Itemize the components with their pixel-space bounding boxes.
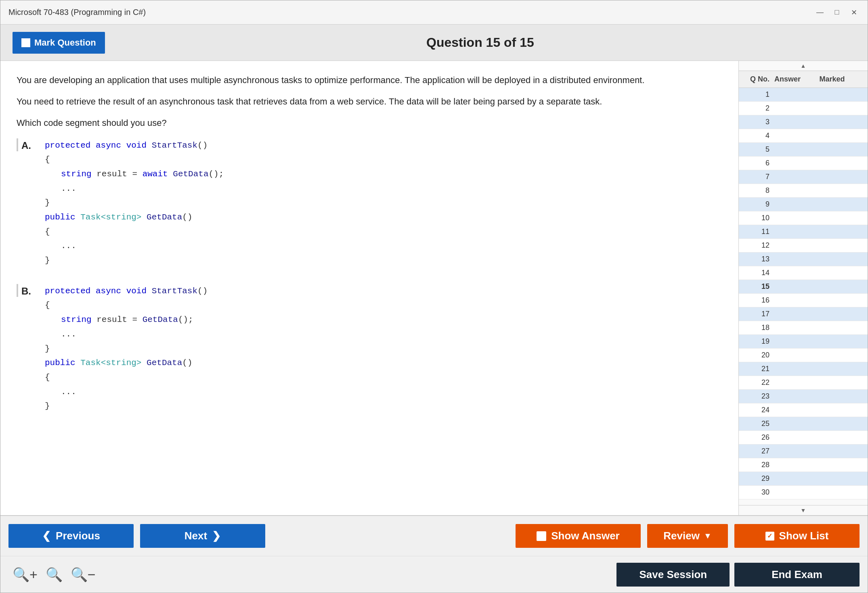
question-row-1[interactable]: 1	[739, 88, 868, 102]
review-button[interactable]: Review ▼	[647, 524, 728, 548]
question-row-30[interactable]: 30	[739, 486, 868, 499]
question-paragraph-3: Which code segment should you use?	[17, 116, 722, 130]
question-row-21[interactable]: 21	[739, 362, 868, 376]
q-number: 21	[742, 365, 774, 373]
q-answer	[774, 104, 820, 113]
question-row-29[interactable]: 29	[739, 472, 868, 486]
question-row-27[interactable]: 27	[739, 445, 868, 458]
option-a-label: A.	[17, 138, 33, 151]
q-answer	[774, 173, 820, 181]
toolbar: Mark Question Question 15 of 15	[0, 25, 868, 61]
mark-question-label: Mark Question	[34, 38, 96, 48]
option-b[interactable]: B. protected async void StartTask() { st…	[17, 284, 722, 413]
question-row-10[interactable]: 10	[739, 211, 868, 225]
q-answer	[774, 378, 820, 387]
q-answer	[774, 132, 820, 140]
q-number: 23	[742, 392, 774, 401]
previous-label: Previous	[56, 530, 100, 542]
zoom-in-button[interactable]: 🔍+	[8, 566, 42, 583]
end-exam-label: End Exam	[772, 568, 822, 580]
question-row-2[interactable]: 2	[739, 102, 868, 115]
show-list-button[interactable]: Show List	[734, 524, 860, 548]
q-answer	[774, 228, 820, 236]
question-row-28[interactable]: 28	[739, 458, 868, 472]
q-marked	[820, 433, 865, 442]
q-number: 8	[742, 186, 774, 195]
next-label: Next	[185, 530, 207, 542]
q-answer	[774, 420, 820, 428]
question-title: Question 15 of 15	[105, 35, 855, 50]
q-number: 3	[742, 118, 774, 126]
question-row-25[interactable]: 25	[739, 417, 868, 431]
question-row-20[interactable]: 20	[739, 349, 868, 362]
question-row-18[interactable]: 18	[739, 321, 868, 335]
q-marked	[820, 200, 865, 209]
question-row-15[interactable]: 15	[739, 280, 868, 294]
next-button[interactable]: Next	[140, 524, 265, 548]
q-marked	[820, 324, 865, 332]
q-answer	[774, 200, 820, 209]
show-answer-button[interactable]: Show Answer	[516, 524, 641, 548]
question-list-scroll[interactable]: 1234567891011121314151617181920212223242…	[739, 88, 868, 505]
q-number: 17	[742, 310, 774, 318]
question-row-23[interactable]: 23	[739, 390, 868, 403]
window-title: Microsoft 70-483 (Programming in C#)	[8, 8, 146, 17]
q-number: 29	[742, 474, 774, 483]
question-row-12[interactable]: 12	[739, 239, 868, 253]
question-row-5[interactable]: 5	[739, 143, 868, 157]
q-answer	[774, 406, 820, 414]
review-label: Review	[663, 530, 700, 542]
show-list-icon	[765, 532, 774, 541]
bottom-bar: Previous Next Show Answer Review ▼ Show …	[0, 515, 868, 593]
question-paragraph-1: You are developing an application that u…	[17, 73, 722, 87]
question-row-6[interactable]: 6	[739, 157, 868, 170]
q-number: 18	[742, 324, 774, 332]
option-a[interactable]: A. protected async void StartTask() { st…	[17, 138, 722, 268]
chevron-left-icon	[42, 530, 51, 542]
previous-button[interactable]: Previous	[8, 524, 134, 548]
minimize-button[interactable]: —	[814, 7, 826, 18]
col-q-header: Q No.	[742, 75, 774, 84]
q-marked	[820, 214, 865, 222]
question-row-19[interactable]: 19	[739, 335, 868, 349]
scroll-up-arrow[interactable]: ▲	[739, 61, 868, 71]
option-a-code: protected async void StartTask() { strin…	[45, 138, 224, 268]
question-row-4[interactable]: 4	[739, 129, 868, 143]
question-paragraph-2: You need to retrieve the result of an as…	[17, 94, 722, 109]
q-answer	[774, 461, 820, 469]
zoom-out-button[interactable]: 🔍−	[67, 566, 100, 583]
end-exam-button[interactable]: End Exam	[734, 563, 860, 587]
maximize-button[interactable]: □	[831, 7, 843, 18]
question-row-14[interactable]: 14	[739, 266, 868, 280]
q-answer	[774, 186, 820, 195]
question-row-9[interactable]: 9	[739, 198, 868, 211]
question-row-26[interactable]: 26	[739, 431, 868, 445]
mark-question-button[interactable]: Mark Question	[13, 32, 105, 54]
q-marked	[820, 269, 865, 277]
question-row-11[interactable]: 11	[739, 225, 868, 239]
q-marked	[820, 378, 865, 387]
q-number: 10	[742, 214, 774, 222]
question-row-7[interactable]: 7	[739, 170, 868, 184]
scroll-down-arrow[interactable]: ▼	[739, 505, 868, 515]
question-row-8[interactable]: 8	[739, 184, 868, 198]
close-button[interactable]: ✕	[848, 7, 860, 18]
question-area: You are developing an application that u…	[0, 61, 738, 515]
question-row-16[interactable]: 16	[739, 294, 868, 307]
q-number: 13	[742, 255, 774, 263]
main-content: You are developing an application that u…	[0, 61, 868, 515]
q-answer	[774, 324, 820, 332]
question-row-17[interactable]: 17	[739, 307, 868, 321]
q-marked	[820, 282, 865, 291]
question-row-22[interactable]: 22	[739, 376, 868, 390]
q-marked	[820, 488, 865, 497]
question-row-13[interactable]: 13	[739, 253, 868, 266]
q-answer	[774, 282, 820, 291]
question-row-24[interactable]: 24	[739, 403, 868, 417]
question-row-3[interactable]: 3	[739, 115, 868, 129]
q-answer	[774, 145, 820, 154]
q-marked	[820, 241, 865, 250]
save-session-button[interactable]: Save Session	[616, 563, 730, 587]
zoom-reset-button[interactable]: 🔍	[42, 566, 67, 583]
q-marked	[820, 406, 865, 414]
